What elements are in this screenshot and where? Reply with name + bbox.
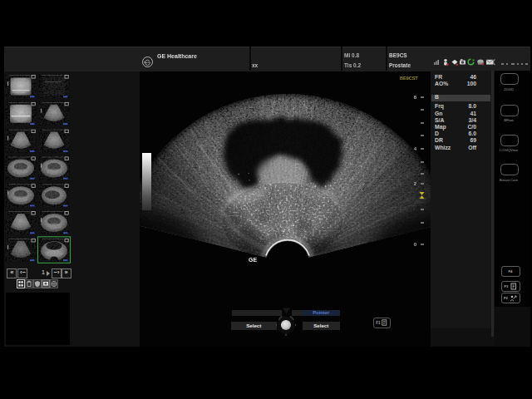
svg-text:GE: GE (249, 257, 257, 263)
svg-text:BE9CST: BE9CST (400, 76, 418, 81)
